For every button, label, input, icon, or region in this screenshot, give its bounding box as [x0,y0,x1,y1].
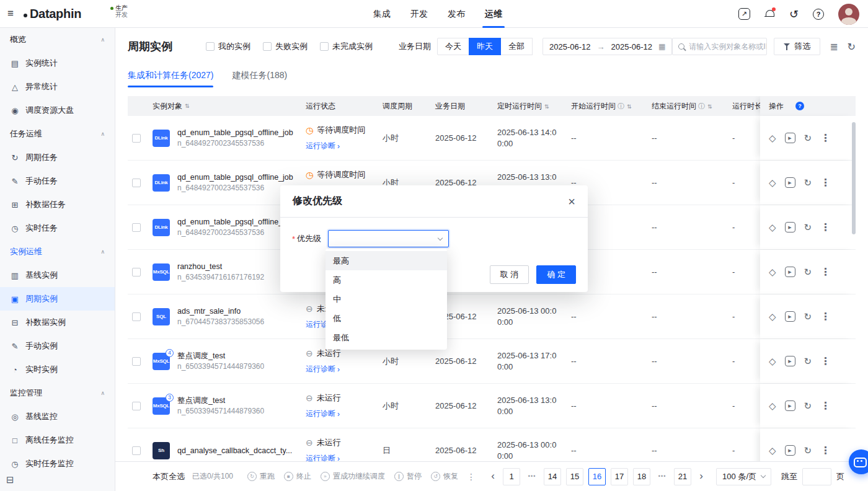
run-diagnosis-link[interactable]: 运行诊断› [306,141,340,151]
quick-launch-icon[interactable]: ↗ [738,8,750,20]
close-icon[interactable]: × [568,195,575,208]
user-avatar[interactable] [838,4,859,25]
row-checkbox[interactable] [132,223,141,232]
table-scrollbar[interactable] [852,122,856,234]
history-icon[interactable]: ↺ [789,7,799,21]
checkbox[interactable] [320,42,329,51]
run-icon[interactable]: ▶ [785,177,795,188]
instance-name[interactable]: qd_enum_table_pgsql_offline_job [177,128,293,138]
sidebar-item[interactable]: ▥ 基线实例 [0,263,115,287]
priority-option[interactable]: 高 [326,270,447,290]
sidebar-item[interactable]: ◉ 调度资源大盘 [0,99,115,122]
quick-date-button[interactable]: 昨天 [469,38,501,55]
instance-name[interactable]: 整点调度_test [177,396,264,405]
run-diagnosis-link[interactable]: 运行诊断› [306,409,340,419]
instance-name[interactable]: qd_enum_table_pgsql_offline_job [177,217,293,227]
sort-icon[interactable]: ⇅ [544,104,549,110]
info-icon[interactable]: ⓘ [698,102,705,110]
batch-action-button[interactable]: ∥ 暂停 [394,471,422,482]
checkbox[interactable] [206,42,215,51]
env-switcher[interactable]: 生产 开发 [110,4,128,18]
run-icon[interactable]: ▶ [785,133,795,143]
instance-name[interactable]: qd_analyse_callback_dcacct_ty... [177,446,292,456]
more-actions-icon[interactable]: ⋮ [820,400,830,412]
page-size-select[interactable]: 100 条/页 [716,468,771,485]
filter-button[interactable]: 筛选 [774,38,820,55]
sidebar-section-monitoring[interactable]: 监控管理 ∧ [0,381,115,405]
dag-view-icon[interactable]: ◇ [769,177,776,188]
sidebar-section-task-ops[interactable]: 任务运维 ∧ [0,122,115,146]
priority-option[interactable]: 低 [326,309,447,328]
priority-option[interactable]: 中 [326,290,447,309]
sidebar-item[interactable]: ⊞ 补数据任务 [0,193,115,216]
page-button[interactable]: 14 [544,468,561,485]
date-range-picker[interactable]: 2025-06-12 → 2025-06-12 ▦ [542,38,672,55]
jump-page-input[interactable] [802,468,831,485]
more-actions-icon[interactable]: ⋮ [820,221,830,233]
tab[interactable]: 集成和计算任务(2027) [128,64,213,87]
checkbox[interactable] [263,42,272,51]
sidebar-item[interactable]: ✎ 手动任务 [0,169,115,193]
instance-name[interactable]: ads_mtr_sale_info [177,306,264,316]
nav-item[interactable]: 发布 [438,0,475,28]
sidebar-item[interactable]: ↻ 周期任务 [0,146,115,169]
row-checkbox[interactable] [132,357,141,366]
rerun-icon[interactable]: ↻ [804,222,812,233]
rerun-icon[interactable]: ↻ [804,267,812,278]
sidebar-item[interactable]: ◎ 基线监控 [0,405,115,428]
page-button[interactable]: 16 [588,468,606,485]
batch-action-button[interactable]: ↺ 恢复 [431,471,458,482]
run-icon[interactable]: ▶ [785,311,795,322]
filter-checkbox-item[interactable]: 失败实例 [263,41,308,52]
priority-option[interactable]: 最低 [326,328,447,347]
sidebar-item[interactable]: ✎ 手动实例 [0,334,115,358]
page-button[interactable]: ‹ [488,468,498,485]
run-diagnosis-link[interactable]: 运行诊断› [306,364,340,374]
collapse-sidebar-icon[interactable]: ⊟ [6,474,14,485]
run-icon[interactable]: ▶ [785,267,795,277]
sidebar-section-overview[interactable]: 概览 ∧ [0,28,115,51]
dag-view-icon[interactable]: ◇ [769,311,776,322]
run-icon[interactable]: ▶ [785,222,795,232]
run-icon[interactable]: ▶ [785,445,795,456]
priority-option[interactable]: 最高 [326,251,447,270]
more-batch-actions-icon[interactable]: ⋮ [467,472,476,482]
batch-action-button[interactable]: ↻ 重跑 [247,471,275,482]
dag-view-icon[interactable]: ◇ [769,356,776,367]
rerun-icon[interactable]: ↻ [804,400,812,412]
sidebar-item[interactable]: ◷ 实时任务 [0,216,115,240]
sidebar-section-instance-ops[interactable]: 实例运维 ∧ [0,240,115,263]
nav-item[interactable]: 运维 [475,0,512,28]
confirm-button[interactable]: 确 定 [536,265,576,284]
row-checkbox[interactable] [132,312,141,321]
run-diagnosis-link[interactable]: 运行诊断› [306,453,340,461]
batch-action-button[interactable]: ■ 终止 [284,471,311,482]
sidebar-item[interactable]: □ 离线任务监控 [0,428,115,452]
row-checkbox[interactable] [132,402,141,410]
rerun-icon[interactable]: ↻ [804,133,812,144]
sidebar-item[interactable]: ◔ 实时实例 [0,358,115,381]
list-view-icon[interactable]: ≣ [830,41,838,53]
filter-checkbox-item[interactable]: 我的实例 [206,41,250,52]
page-button[interactable]: ••• [655,468,669,485]
sidebar-item[interactable]: ▣ 周期实例 [0,287,115,311]
row-checkbox[interactable] [132,179,141,187]
sidebar-item[interactable]: ◷ 实时任务监控 [0,452,115,476]
more-actions-icon[interactable]: ⋮ [820,266,830,278]
more-actions-icon[interactable]: ⋮ [820,355,830,367]
refresh-icon[interactable]: ↻ [848,41,856,53]
dag-view-icon[interactable]: ◇ [769,400,776,412]
dag-view-icon[interactable]: ◇ [769,133,776,144]
more-actions-icon[interactable]: ⋮ [820,132,830,144]
row-checkbox[interactable] [132,268,141,276]
tab[interactable]: 建模任务(188) [232,64,287,87]
rerun-icon[interactable]: ↻ [804,356,812,367]
search-input[interactable]: 请输入实例对象名称或ID [672,38,767,55]
help-icon[interactable]: ? [813,9,824,20]
sort-icon[interactable]: ⇅ [707,104,712,110]
sort-icon[interactable]: ⇅ [627,104,632,110]
more-actions-icon[interactable]: ⋮ [820,311,830,322]
row-checkbox[interactable] [132,134,141,143]
quick-date-button[interactable]: 全部 [500,38,533,55]
batch-action-button[interactable]: » 置成功继续调度 [321,471,385,482]
